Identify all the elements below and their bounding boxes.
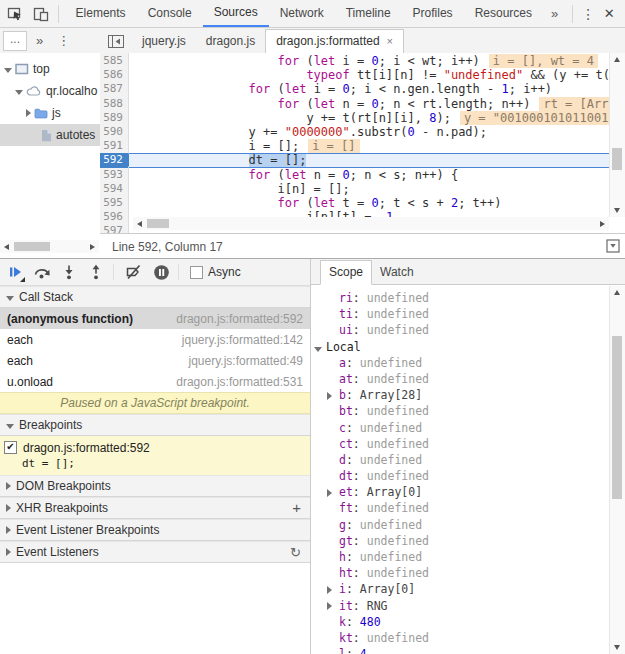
call-stack-header[interactable]: Call Stack	[0, 286, 310, 308]
frame-location-link[interactable]: jquery.js:formatted:49	[189, 354, 304, 368]
scope-variable-row[interactable]: ri: undefined	[311, 290, 610, 306]
main-tab-sources[interactable]: Sources	[203, 0, 269, 27]
call-stack-frame[interactable]: (anonymous function)dragon.js:formatted:…	[0, 308, 310, 329]
line-number[interactable]: 590	[100, 125, 128, 139]
scope-variable-row[interactable]: et: Array[0]	[311, 484, 610, 500]
scope-variable-row[interactable]: g: undefined	[311, 517, 610, 533]
line-number[interactable]: 589	[100, 111, 128, 125]
main-tab-resources[interactable]: Resources	[464, 0, 543, 27]
line-number[interactable]: 595	[100, 196, 128, 210]
scope-variable-row[interactable]: ct: undefined	[311, 436, 610, 452]
breakpoints-header[interactable]: Breakpoints	[0, 414, 310, 436]
code-line[interactable]: for (let n = 0; n < s; n++) {	[129, 168, 610, 182]
tab-scope[interactable]: Scope	[320, 260, 372, 285]
breakpoint-entry[interactable]: ✔dragon.js:formatted:592dt = [];	[0, 436, 310, 475]
file-tab[interactable]: dragon.js	[196, 29, 265, 53]
file-tree-item-autotes[interactable]: autotes	[0, 124, 100, 146]
scope-variable-row[interactable]: at: undefined	[311, 371, 610, 387]
section-header-event-listener-breakpoints[interactable]: Event Listener Breakpoints	[0, 519, 310, 541]
chevron-down-icon[interactable]	[15, 90, 23, 95]
step-into-icon[interactable]	[57, 260, 81, 284]
navigator-horizontal-scrollbar[interactable]	[0, 240, 99, 253]
pause-on-exceptions-icon[interactable]	[149, 260, 173, 284]
chevron-right-icon[interactable]	[327, 489, 332, 497]
breakpoint-checkbox[interactable]: ✔	[4, 441, 17, 454]
async-checkbox[interactable]	[190, 266, 203, 279]
refresh-icon[interactable]: ↻	[290, 545, 301, 560]
frame-location-link[interactable]: dragon.js:formatted:531	[176, 375, 303, 389]
editor-vertical-scrollbar[interactable]	[609, 53, 625, 217]
hide-navigator-icon[interactable]	[108, 35, 124, 48]
frame-location-link[interactable]: jquery.js:formatted:142	[182, 333, 303, 347]
tab-watch[interactable]: Watch	[372, 261, 422, 284]
code-line[interactable]: y += t(rt[n][i], 8);y = "001000101011001…	[129, 111, 610, 125]
code-line[interactable]: i[n] = [];	[129, 182, 610, 196]
chevron-down-icon[interactable]	[4, 68, 12, 73]
device-toolbar-icon[interactable]	[30, 2, 52, 26]
frame-location-link[interactable]: dragon.js:formatted:592	[176, 312, 303, 326]
navigator-more-tab[interactable]: ...	[3, 31, 27, 51]
scope-variable-row[interactable]: d: undefined	[311, 452, 610, 468]
line-number[interactable]: 587	[100, 82, 128, 96]
more-tabs-chevron[interactable]: »	[543, 6, 566, 21]
chevron-right-icon[interactable]	[327, 392, 332, 400]
scope-variable-row[interactable]: gt: undefined	[311, 533, 610, 549]
file-tree-item-js[interactable]: js	[0, 102, 100, 124]
code-line[interactable]: typeof tt[i][n] != "undefined" && (y += …	[129, 68, 610, 82]
file-tab[interactable]: jquery.js	[132, 29, 196, 53]
line-number-gutter[interactable]: 585586587588589590591592593594595596597	[100, 53, 129, 233]
chevron-right-icon[interactable]	[327, 586, 332, 594]
close-devtools-icon[interactable]: ✕	[597, 6, 621, 21]
code-area[interactable]: for (let i = 0; i < wt; i++)i = [], wt =…	[129, 53, 610, 233]
code-line[interactable]: for (let i = 0; i < wt; i++)i = [], wt =…	[129, 54, 610, 68]
scope-vertical-scrollbar[interactable]	[609, 286, 625, 654]
scope-variable-row[interactable]: dt: undefined	[311, 468, 610, 484]
scope-variable-row[interactable]: kt: undefined	[311, 630, 610, 646]
navigator-menu-icon[interactable]: ⋮	[57, 33, 70, 48]
navigator-chevron-icon[interactable]: »	[36, 33, 43, 48]
line-number[interactable]: 596	[100, 210, 128, 224]
close-tab-icon[interactable]: ×	[387, 30, 393, 53]
scope-variable-row[interactable]: c: undefined	[311, 420, 610, 436]
editor-horizontal-scrollbar[interactable]	[133, 217, 609, 230]
call-stack-frame[interactable]: u.onloaddragon.js:formatted:531	[0, 371, 310, 392]
code-line[interactable]: i = [];i = []	[129, 139, 610, 153]
chevron-down-icon[interactable]	[314, 347, 322, 352]
scope-section-local[interactable]: Local	[311, 339, 610, 355]
scope-variable-row[interactable]: ti: undefined	[311, 306, 610, 322]
pretty-print-status-icon[interactable]	[606, 239, 620, 253]
line-number[interactable]: 585	[100, 54, 128, 68]
code-line[interactable]: for (let i = 0; i < n.gen.length - 1; i+…	[129, 82, 610, 96]
main-tab-profiles[interactable]: Profiles	[402, 0, 464, 27]
scope-variable-row[interactable]: ft: undefined	[311, 500, 610, 516]
resume-icon[interactable]	[3, 260, 27, 284]
call-stack-frame[interactable]: eachjquery.js:formatted:142	[0, 329, 310, 350]
deactivate-breakpoints-icon[interactable]	[122, 260, 146, 284]
main-tab-console[interactable]: Console	[137, 0, 203, 27]
scope-variable-row[interactable]: k: 480	[311, 614, 610, 630]
scope-variable-row[interactable]: i: Array[0]	[311, 581, 610, 597]
execution-line-number[interactable]: 592	[100, 153, 128, 167]
source-editor[interactable]: 585586587588589590591592593594595596597 …	[100, 53, 625, 233]
main-tab-timeline[interactable]: Timeline	[335, 0, 402, 27]
execution-code-line[interactable]: dt = [];	[129, 153, 610, 167]
chevron-right-icon[interactable]	[26, 109, 31, 117]
scope-variable-row[interactable]: l: 4	[311, 646, 610, 654]
code-line[interactable]: for (let t = 0; t < s + 2; t++)	[129, 196, 610, 210]
overflow-menu-icon[interactable]: ⋮	[579, 6, 597, 22]
scope-variable-row[interactable]: it: RNG	[311, 598, 610, 614]
main-tab-elements[interactable]: Elements	[65, 0, 137, 27]
main-tab-network[interactable]: Network	[269, 0, 335, 27]
line-number[interactable]: 586	[100, 68, 128, 82]
file-tab[interactable]: dragon.js:formatted×	[265, 29, 404, 53]
scope-variable-row[interactable]: bt: undefined	[311, 403, 610, 419]
section-header-xhr-breakpoints[interactable]: XHR Breakpoints+	[0, 497, 310, 519]
step-over-icon[interactable]	[30, 260, 54, 284]
add-xhr-breakpoint-icon[interactable]: +	[292, 501, 301, 515]
section-header-event-listeners[interactable]: Event Listeners↻	[0, 541, 310, 563]
inspect-icon[interactable]	[4, 2, 26, 26]
code-line[interactable]: y += "0000000".substr(0 - n.pad);	[129, 125, 610, 139]
chevron-right-icon[interactable]	[327, 602, 332, 610]
line-number[interactable]: 593	[100, 168, 128, 182]
file-tree-item-top[interactable]: top	[0, 58, 100, 80]
